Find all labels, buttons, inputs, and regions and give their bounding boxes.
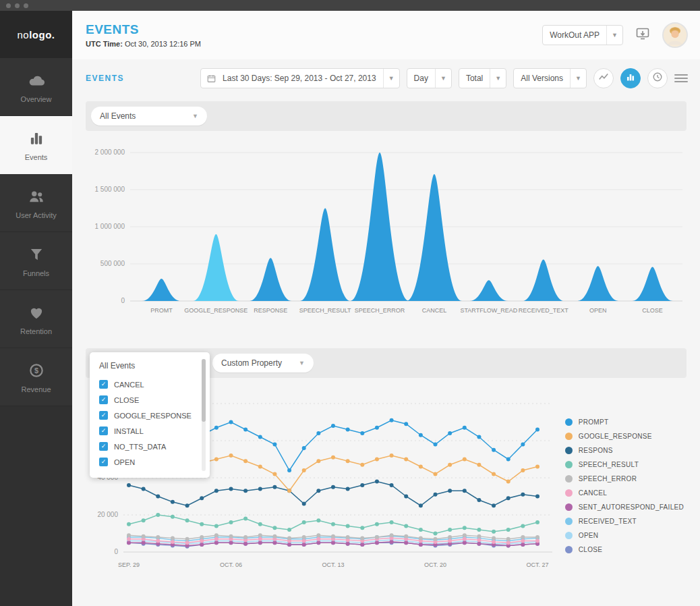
legend-item-close[interactable]: CLOSE bbox=[565, 546, 684, 553]
app-selector[interactable]: WorkOut APP ▼ bbox=[542, 25, 623, 45]
event-option-label: CLOSE bbox=[114, 396, 139, 404]
legend-dot bbox=[565, 433, 573, 440]
checkbox-checked-icon[interactable]: ✓ bbox=[99, 426, 108, 435]
custom-property-dropdown[interactable]: Custom Property ▼ bbox=[212, 354, 314, 373]
events-bar-chart: 0500 0001 000 0001 500 0002 000 000PROMT… bbox=[86, 135, 687, 337]
event-option-install[interactable]: ✓ INSTALL bbox=[90, 423, 210, 439]
sidebar-item-funnels[interactable]: Funnels bbox=[0, 232, 72, 290]
event-option-google-response[interactable]: ✓ GOOGLE_RESPONSE bbox=[90, 408, 210, 423]
legend-dot bbox=[565, 447, 573, 454]
svg-text:STARTFLOW_READ: STARTFLOW_READ bbox=[461, 307, 518, 314]
clock-icon bbox=[652, 72, 663, 85]
legend-dot bbox=[565, 532, 573, 539]
svg-text:OCT. 06: OCT. 06 bbox=[220, 561, 242, 568]
checkbox-checked-icon[interactable]: ✓ bbox=[99, 411, 108, 420]
versions-selector[interactable]: All Versions ▼ bbox=[513, 68, 587, 88]
window-dot[interactable] bbox=[15, 3, 20, 8]
metric-selector[interactable]: Total ▼ bbox=[459, 68, 506, 88]
history-view-button[interactable] bbox=[647, 68, 668, 88]
versions-value: All Versions bbox=[514, 74, 570, 83]
svg-text:0: 0 bbox=[114, 548, 118, 555]
sidebar-item-label: Retention bbox=[20, 327, 52, 335]
svg-text:RECEIVED_TEXT: RECEIVED_TEXT bbox=[519, 307, 569, 314]
svg-text:SPEECH_RESULT: SPEECH_RESULT bbox=[299, 307, 351, 314]
checkbox-checked-icon[interactable]: ✓ bbox=[99, 458, 108, 466]
legend-item-sent-autorespond-failed[interactable]: SENT_AUTORESPOND_FAILED bbox=[565, 503, 684, 511]
app-window: nologo. Overview Events User Activity bbox=[0, 0, 700, 606]
legend-item-google-response[interactable]: GOOGLE_RESPONSE bbox=[565, 433, 684, 440]
legend-dot bbox=[565, 475, 573, 483]
event-option-close[interactable]: ✓ CLOSE bbox=[90, 392, 210, 408]
svg-text:CANCEL: CANCEL bbox=[422, 307, 447, 314]
event-option-no-tts-data[interactable]: ✓ NO_TTS_DATA bbox=[90, 439, 210, 454]
legend-label: CANCEL bbox=[579, 489, 607, 497]
legend-item-speech-result[interactable]: SPEECH_RESULT bbox=[565, 461, 684, 468]
logo-text-prefix: no bbox=[17, 29, 29, 40]
sidebar-item-revenue[interactable]: $ Revenue bbox=[0, 348, 72, 406]
event-option-label: OPEN bbox=[114, 458, 135, 466]
checkbox-checked-icon[interactable]: ✓ bbox=[99, 380, 108, 389]
events-filter-bar: All Events ▼ bbox=[86, 101, 687, 131]
legend-dot bbox=[565, 503, 573, 511]
svg-text:SPEECH_ERROR: SPEECH_ERROR bbox=[355, 307, 405, 314]
svg-text:OCT. 20: OCT. 20 bbox=[424, 561, 446, 568]
event-option-label: GOOGLE_RESPONSE bbox=[114, 412, 192, 420]
users-icon bbox=[27, 187, 46, 206]
window-dot[interactable] bbox=[6, 3, 11, 8]
panel-scrollbar[interactable] bbox=[202, 359, 206, 471]
logo[interactable]: nologo. bbox=[0, 11, 72, 58]
heart-icon bbox=[27, 303, 46, 322]
legend-label: SPEECH_ERROR bbox=[579, 475, 637, 483]
chevron-down-icon: ▼ bbox=[192, 113, 198, 119]
sidebar-item-user-activity[interactable]: User Activity bbox=[0, 174, 72, 232]
bar-chart-icon bbox=[626, 72, 635, 84]
sidebar-item-label: User Activity bbox=[16, 211, 57, 219]
legend-label: CLOSE bbox=[579, 546, 602, 553]
checkbox-checked-icon[interactable]: ✓ bbox=[99, 442, 108, 451]
legend-dot bbox=[565, 546, 573, 553]
sidebar-item-events[interactable]: Events bbox=[0, 116, 72, 174]
app-selector-value: WorkOut APP bbox=[543, 30, 606, 40]
legend-item-respons[interactable]: RESPONS bbox=[565, 447, 684, 454]
window-dot[interactable] bbox=[24, 3, 28, 8]
export-button[interactable] bbox=[633, 26, 653, 44]
event-option-cancel[interactable]: ✓ CANCEL bbox=[90, 377, 210, 392]
event-option-open[interactable]: ✓ OPEN bbox=[90, 454, 210, 470]
legend-item-prompt[interactable]: PROMPT bbox=[565, 418, 684, 426]
svg-text:GOOGLE_RESPONSE: GOOGLE_RESPONSE bbox=[184, 307, 247, 314]
events-filter-dropdown[interactable]: All Events ▼ bbox=[91, 107, 207, 126]
legend-item-open[interactable]: OPEN bbox=[565, 532, 684, 539]
legend-item-received-text[interactable]: RECEIVED_TEXT bbox=[565, 518, 684, 525]
avatar[interactable] bbox=[662, 22, 688, 48]
svg-text:OCT. 13: OCT. 13 bbox=[322, 561, 344, 568]
legend-item-speech-error[interactable]: SPEECH_ERROR bbox=[565, 475, 684, 483]
logo-text-suffix: logo. bbox=[29, 29, 55, 40]
line-view-button[interactable] bbox=[593, 68, 614, 88]
svg-text:RESPONSE: RESPONSE bbox=[254, 307, 287, 314]
svg-text:0: 0 bbox=[121, 297, 125, 304]
export-icon bbox=[635, 26, 651, 45]
sidebar-item-label: Overview bbox=[21, 95, 52, 103]
page-title: EVENTS bbox=[86, 22, 201, 37]
legend-label: RESPONS bbox=[579, 447, 613, 454]
panel-scrollbar-thumb[interactable] bbox=[202, 359, 206, 422]
svg-text:20 000: 20 000 bbox=[97, 511, 118, 518]
checkbox-checked-icon[interactable]: ✓ bbox=[99, 395, 108, 404]
svg-text:1 000 000: 1 000 000 bbox=[95, 223, 125, 230]
legend-dot bbox=[565, 518, 573, 525]
menu-button[interactable] bbox=[674, 72, 688, 85]
granularity-selector[interactable]: Day ▼ bbox=[407, 68, 452, 88]
event-option-label: CANCEL bbox=[114, 381, 144, 389]
sidebar-item-retention[interactable]: Retention bbox=[0, 290, 72, 348]
sidebar-item-label: Funnels bbox=[23, 269, 49, 277]
legend-label: RECEIVED_TEXT bbox=[579, 518, 637, 525]
chevron-down-icon: ▼ bbox=[435, 69, 451, 88]
svg-text:SEP. 29: SEP. 29 bbox=[118, 561, 140, 568]
sidebar: nologo. Overview Events User Activity bbox=[0, 11, 72, 606]
bar-view-button[interactable] bbox=[620, 68, 641, 88]
date-range-selector[interactable]: Last 30 Days: Sep 29, 2013 - Oct 27, 201… bbox=[200, 68, 399, 88]
legend-item-cancel[interactable]: CANCEL bbox=[565, 489, 684, 497]
cloud-icon bbox=[27, 71, 46, 90]
main-content: EVENTS UTC Time: Oct 30, 2013 12:16 PM W… bbox=[72, 11, 700, 606]
sidebar-item-overview[interactable]: Overview bbox=[0, 58, 72, 116]
